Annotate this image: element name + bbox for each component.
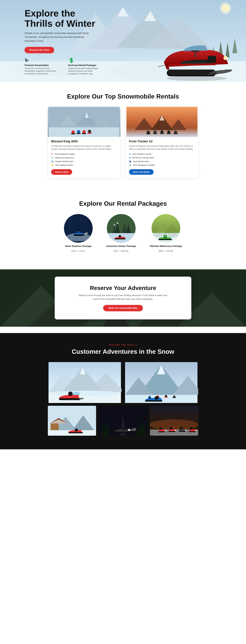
- svg-point-86: [119, 235, 121, 238]
- package-ultimate-circle: [152, 214, 180, 243]
- adventures-section: EXPLORE THE THRILLS Customer Adventures …: [0, 333, 246, 449]
- adventures-title: Customer Adventures in the Snow: [25, 348, 221, 355]
- blizzard-feature-4: 💡 LED Lighting System: [51, 164, 117, 166]
- adventure-image-1: [48, 362, 122, 403]
- package-basic-circle: [64, 214, 93, 243]
- svg-rect-85: [115, 238, 126, 240]
- frost-feature-4: 📡 GPS Navigation Included: [129, 164, 195, 166]
- svg-rect-125: [164, 397, 168, 398]
- package-adventure-name: Adventure Seeker Package: [106, 245, 136, 248]
- snowmobile-feature-desc: Choose from our top-of-the-line snowmobi…: [25, 67, 57, 75]
- packages-feature-icon: 💲: [68, 58, 101, 63]
- adv4-svg: [99, 406, 147, 436]
- reserve-section: Reserve Your Adventure Ready to carve th…: [0, 263, 246, 333]
- frost-card-name: Frost Tracker X2: [129, 140, 195, 143]
- adventure-image-2: [124, 362, 198, 403]
- package-item-adventure: Adventure Seeker Package $275 – Half Day: [106, 214, 136, 252]
- hero-features: ⛷ Premium Snowmobiles Choose from our to…: [25, 58, 101, 75]
- svg-point-57: [160, 130, 163, 133]
- svg-rect-127: [173, 397, 176, 398]
- svg-rect-64: [174, 133, 178, 134]
- svg-rect-163: [189, 431, 196, 432]
- svg-point-59: [174, 130, 177, 134]
- svg-rect-159: [169, 431, 175, 432]
- frost-feature-2-text: 80 HP Eco-Friendly Motor: [132, 157, 154, 159]
- svg-point-56: [154, 130, 157, 134]
- svg-rect-161: [179, 431, 186, 432]
- svg-rect-75: [74, 234, 84, 236]
- adventure-image-3: [48, 406, 96, 436]
- svg-rect-109: [59, 398, 80, 400]
- blizzard-scene-svg: [48, 107, 120, 137]
- package-ultimate-price: $500 – Full Day: [159, 250, 173, 252]
- frost-feature-3: 💺 Dual Heated Seats: [129, 160, 195, 163]
- package-adventure-price: $275 – Half Day: [114, 250, 129, 252]
- rentals-grid: Blizzard King 3000 The Blizzard King 300…: [48, 107, 198, 178]
- svg-rect-63: [167, 133, 171, 134]
- snowmobile-feature-icon: ⛷: [25, 58, 57, 63]
- hero-snowmobile-image: [156, 30, 235, 82]
- packages-feature-title: Exclusive Rental Packages: [68, 64, 101, 66]
- svg-point-68: [75, 217, 75, 218]
- adventures-label: EXPLORE THE THRILLS: [25, 344, 221, 346]
- adv2-svg: [124, 362, 198, 403]
- package-basic-name: Basic Explorer Package: [65, 245, 91, 248]
- snowmobile-svg: [156, 30, 235, 82]
- frost-scene-svg: [126, 107, 198, 137]
- package-basic-svg: [64, 214, 93, 243]
- hero-subtitle: Embark on an unforgettable snowmobile ad…: [25, 31, 93, 43]
- svg-rect-19: [169, 70, 213, 75]
- engine-icon: ⚙: [51, 153, 53, 156]
- package-adventure-circle: [107, 214, 136, 243]
- svg-rect-135: [51, 424, 59, 430]
- frost-feature-2: ♻ 80 HP Eco-Friendly Motor: [129, 156, 195, 159]
- suspension-icon: 🔧: [51, 156, 54, 159]
- svg-point-150: [128, 429, 130, 431]
- blizzard-card-image: [48, 107, 120, 137]
- package-ultimate-svg: [152, 214, 180, 243]
- led-icon: 💡: [51, 164, 54, 166]
- book-this-model-button[interactable]: Book This Model: [129, 169, 154, 175]
- blizzard-card-body: Blizzard King 3000 The Blizzard King 300…: [48, 137, 120, 178]
- book-snowmobile-button[interactable]: Book You Snowmobile Now: [103, 305, 143, 311]
- svg-point-71: [69, 222, 70, 222]
- hero-section: Explore the Thrills of Winter Embark on …: [0, 0, 246, 82]
- hero-title: Explore the Thrills of Winter: [25, 8, 96, 29]
- adventures-row-1: [48, 362, 198, 403]
- package-item-ultimate: Ultimate Wilderness Package $500 – Full …: [150, 214, 182, 252]
- frost-feature-1-text: User-Friendly Controls: [132, 153, 151, 155]
- blizzard-feature-1: ⚙ 150 Horsepower Engine: [51, 153, 117, 156]
- svg-rect-148: [115, 432, 130, 433]
- reserve-title: Reserve Your Adventure: [68, 285, 178, 291]
- svg-point-58: [167, 130, 170, 134]
- adventure-image-4: [99, 406, 147, 436]
- package-ultimate-name: Ultimate Wilderness Package: [150, 245, 182, 248]
- blizzard-features-list: ⚙ 150 Horsepower Engine 🔧 Advanced Suspe…: [51, 153, 117, 166]
- blizzard-feature-3-text: Heated Handle Grips: [55, 160, 73, 162]
- frost-feature-3-text: Dual Heated Seats: [133, 160, 149, 162]
- svg-point-111: [69, 392, 72, 395]
- svg-point-31: [216, 68, 232, 74]
- svg-rect-157: [158, 431, 165, 432]
- svg-rect-32: [208, 56, 216, 63]
- svg-point-74: [77, 228, 80, 231]
- svg-rect-138: [68, 432, 83, 434]
- blizzard-feature-2: 🔧 Advanced Suspension: [51, 156, 117, 159]
- svg-point-43: [82, 130, 86, 134]
- blizzard-feature-4-text: LED Lighting System: [55, 164, 73, 166]
- packages-grid: Basic Explorer Package $150 – 2 hours: [25, 214, 221, 252]
- gps-icon: 📡: [129, 164, 132, 166]
- svg-point-165: [175, 430, 176, 431]
- svg-point-55: [147, 131, 150, 134]
- frost-features-list: ✕ User-Friendly Controls ♻ 80 HP Eco-Fri…: [129, 153, 195, 166]
- package-item-basic: Basic Explorer Package $150 – 2 hours: [64, 214, 93, 252]
- blizzard-feature-1-text: 150 Horsepower Engine: [54, 153, 75, 155]
- eco-icon: ♻: [129, 156, 131, 159]
- grips-icon: 🧤: [51, 160, 54, 163]
- adv5-svg: [150, 406, 198, 436]
- reserve-now-button[interactable]: Reserve Now: [51, 169, 72, 175]
- blizzard-feature-2-text: Advanced Suspension: [55, 157, 74, 159]
- discover-tours-button[interactable]: Discover Our Tours: [25, 47, 54, 53]
- svg-rect-46: [77, 133, 81, 134]
- svg-rect-128: [145, 400, 162, 402]
